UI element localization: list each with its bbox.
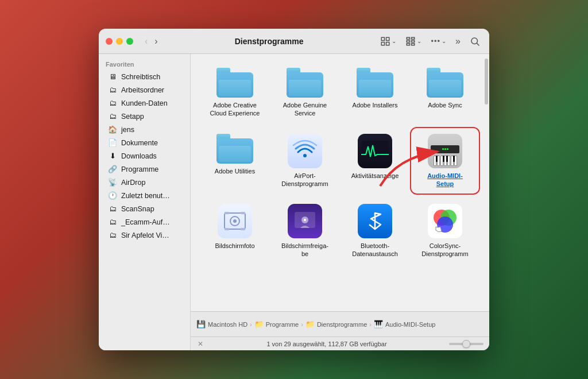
forward-button[interactable]: › [152, 35, 160, 48]
view-list-button[interactable]: ⌄ [403, 35, 424, 48]
breadcrumb-item-1[interactable]: 📁Programme [254, 320, 299, 328]
svg-rect-7 [412, 40, 415, 42]
sidebar-icon-airdrop: 📡 [108, 178, 117, 187]
svg-rect-17 [225, 212, 229, 214]
sidebar-label-ecamm: _Ecamm-Auf… [121, 218, 170, 226]
scrollbar[interactable] [483, 54, 489, 325]
sidebar-label-scansnap: ScanSnap [121, 205, 154, 213]
search-button[interactable] [467, 35, 482, 48]
sidebar-section-label: Favoriten [99, 61, 190, 70]
extend-button[interactable]: » [453, 35, 463, 48]
svg-rect-13 [361, 141, 389, 161]
sidebar-item-programme[interactable]: 🔗Programme [101, 163, 188, 176]
svg-rect-2 [382, 42, 385, 45]
file-item-adobe-utilities[interactable]: Adobe Utilities [202, 129, 268, 193]
sidebar-icon-programme: 🔗 [108, 165, 117, 173]
sidebar-item-arbeitsordner[interactable]: 🗂Arbeitsordner [101, 83, 188, 96]
back-button[interactable]: ‹ [142, 35, 150, 48]
status-row: ✕ 1 von 29 ausgewählt, 112,87 GB verfügb… [191, 337, 489, 350]
file-item-airport-dienstprogramm[interactable]: AirPort- Dienstprogramm [272, 129, 338, 193]
svg-rect-6 [407, 40, 410, 42]
sidebar-item-scansnap[interactable]: 🗂ScanSnap [101, 202, 188, 215]
minimize-button[interactable] [116, 38, 123, 45]
file-item-adobe-sync[interactable]: Adobe Sync [412, 63, 478, 122]
airport-icon [288, 134, 322, 168]
breadcrumb-separator: › [301, 321, 303, 328]
content-area: Adobe Creative Cloud ExperienceAdobe Gen… [191, 54, 489, 350]
svg-rect-8 [407, 43, 410, 45]
svg-rect-9 [412, 43, 415, 45]
file-label-bluetooth: Bluetooth- Datenaustausch [349, 242, 401, 258]
file-label-aktivitaetsanzeige: Aktivitätsanzeige [351, 172, 399, 180]
titlebar: ‹ › Dienstprogramme ⌄ ⌄ ••• [99, 29, 489, 54]
svg-rect-18 [241, 212, 245, 214]
sidebar-item-zuletzt[interactable]: 🕐Zuletzt benut… [101, 189, 188, 202]
sidebar-icon-scansnap: 🗂 [108, 204, 117, 213]
svg-rect-4 [407, 37, 410, 39]
svg-rect-3 [386, 42, 389, 45]
activity-monitor-icon [358, 134, 392, 168]
sidebar-item-downloads[interactable]: ⬇Downloads [101, 149, 188, 163]
breadcrumb-item-0[interactable]: 💾Macintosh HD [196, 320, 247, 328]
zoom-slider[interactable] [449, 343, 483, 345]
file-label-audio-midi: Audio-MIDI-Setup [419, 172, 471, 188]
sidebar-item-schreibtisch[interactable]: 🖥Schreibtisch [101, 70, 188, 83]
breadcrumb-item-3[interactable]: 🎹Audio-MIDI-Setup [374, 320, 435, 328]
breadcrumb-item-2[interactable]: 📁Dienstprogramme [305, 320, 367, 328]
sidebar-item-dokumente[interactable]: 📄Dokumente [101, 136, 188, 149]
sidebar-label-jens: jens [121, 126, 134, 134]
sidebar-item-jens[interactable]: 🏠jens [101, 123, 188, 136]
breadcrumb-separator: › [250, 321, 252, 328]
breadcrumb-separator: › [369, 321, 372, 328]
sidebar-icon-zuletzt: 🕐 [108, 191, 117, 200]
svg-point-23 [304, 219, 306, 221]
colorsync-icon [428, 204, 462, 238]
svg-point-16 [233, 219, 237, 223]
main-area: Favoriten 🖥Schreibtisch🗂Arbeitsordner🗂Ku… [99, 54, 489, 350]
file-item-bluetooth[interactable]: Bluetooth- Datenaustausch [342, 199, 408, 263]
file-label-adobe-creative: Adobe Creative Cloud Experience [209, 101, 261, 118]
file-item-aktivitaetsanzeige[interactable]: Aktivitätsanzeige [342, 129, 408, 193]
breadcrumb-bar: 💾Macintosh HD › 📁Programme › 📁Dienstprog… [191, 311, 489, 337]
file-item-bildschirmfoto[interactable]: Bildschirmfoto [202, 199, 268, 263]
screen-sharing-icon [288, 204, 322, 238]
sidebar-icon-kunden-daten: 🗂 [108, 99, 117, 107]
svg-rect-0 [382, 37, 385, 40]
more-options-button[interactable]: ••• ⌄ [428, 36, 448, 47]
screenshot-icon [218, 204, 252, 238]
close-button[interactable] [106, 38, 113, 45]
breadcrumb: 💾Macintosh HD › 📁Programme › 📁Dienstprog… [196, 320, 483, 328]
sidebar-item-airdrop[interactable]: 📡AirDrop [101, 176, 188, 189]
file-item-adobe-genuine[interactable]: Adobe Genuine Service [272, 63, 338, 122]
file-item-audio-midi[interactable]: Audio-MIDI-Setup [412, 129, 478, 193]
file-label-adobe-utilities: Adobe Utilities [215, 167, 255, 175]
sidebar-item-setapp[interactable]: 🗂Setapp [101, 110, 188, 123]
sidebar-icon-dokumente: 📄 [108, 138, 117, 147]
sidebar-label-kunden-daten: Kunden-Daten [121, 99, 168, 107]
sidebar-icon-schreibtisch: 🖥 [108, 72, 117, 81]
file-item-adobe-creative[interactable]: Adobe Creative Cloud Experience [202, 63, 268, 122]
sidebar-item-ecamm[interactable]: 🗂_Ecamm-Auf… [101, 215, 188, 229]
sidebar-label-programme: Programme [121, 165, 158, 173]
status-text: 1 von 29 ausgewählt, 112,87 GB verfügbar [266, 341, 386, 347]
traffic-lights [106, 38, 133, 45]
bluetooth-icon [358, 204, 392, 238]
sidebar-item-sirapfelot[interactable]: 🗂Sir Apfelot Vi… [101, 229, 188, 242]
sidebar: Favoriten 🖥Schreibtisch🗂Arbeitsordner🗂Ku… [99, 54, 191, 350]
sidebar-icon-downloads: ⬇ [108, 152, 117, 160]
view-grid-button[interactable]: ⌄ [378, 35, 399, 48]
svg-line-24 [369, 225, 375, 229]
sidebar-label-dokumente: Dokumente [121, 139, 158, 147]
sidebar-label-downloads: Downloads [121, 152, 157, 160]
file-item-colorsync[interactable]: ColorSync- Dienstprogramm [412, 199, 478, 263]
file-item-bildschirmfreigabe[interactable]: Bildschirmfreiga- be [272, 199, 338, 263]
svg-rect-1 [386, 37, 389, 40]
file-label-bildschirmfoto: Bildschirmfoto [215, 242, 254, 250]
close-status-button[interactable]: ✕ [196, 340, 204, 348]
file-label-airport-dienstprogramm: AirPort- Dienstprogramm [279, 172, 331, 188]
sidebar-item-kunden-daten[interactable]: 🗂Kunden-Daten [101, 96, 188, 110]
nav-arrows: ‹ › [142, 35, 160, 48]
file-item-adobe-installers[interactable]: Adobe Installers [342, 63, 408, 122]
sidebar-label-setapp: Setapp [121, 113, 144, 121]
maximize-button[interactable] [126, 38, 133, 45]
